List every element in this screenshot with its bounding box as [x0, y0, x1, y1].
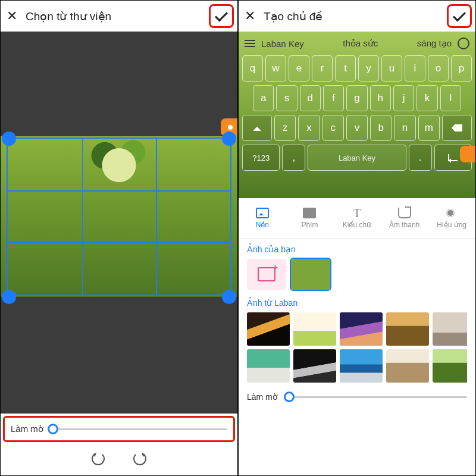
- key-period[interactable]: .: [409, 145, 432, 171]
- confirm-button[interactable]: [447, 4, 472, 28]
- key-j[interactable]: j: [393, 85, 414, 111]
- key-l[interactable]: l: [440, 85, 461, 111]
- key-y[interactable]: y: [358, 55, 379, 82]
- key-h[interactable]: h: [370, 85, 391, 111]
- tab-sound[interactable]: Âm thanh: [381, 208, 428, 229]
- crop-handle-br[interactable]: [222, 290, 236, 304]
- blur-slider-row: Làm mờ: [239, 387, 475, 405]
- backspace-icon: [452, 124, 462, 131]
- key-space[interactable]: Laban Key: [308, 145, 406, 171]
- camera-badge-icon[interactable]: [460, 146, 476, 162]
- key-symbols[interactable]: ?123: [242, 145, 280, 171]
- key-shift[interactable]: [242, 115, 272, 141]
- crop-grid[interactable]: [7, 137, 231, 296]
- keyboard-preview: Laban Key thỏa sức sáng tạo q w e r t y …: [239, 32, 475, 198]
- key-z[interactable]: z: [274, 115, 296, 141]
- keyboard-row-4: ?123 , Laban Key .: [242, 145, 472, 171]
- suggestion-bar: Laban Key thỏa sức sáng tạo: [239, 32, 475, 55]
- key-u[interactable]: u: [381, 55, 402, 82]
- tab-label: Phím: [301, 221, 318, 229]
- tab-keys[interactable]: Phím: [286, 208, 334, 229]
- text-icon: T: [350, 208, 364, 218]
- gallery-thumb[interactable]: [340, 349, 383, 383]
- gallery-thumb[interactable]: [293, 312, 336, 346]
- crop-handle-tr[interactable]: [222, 131, 236, 146]
- suggestion-word[interactable]: Laban Key: [261, 39, 304, 49]
- left-titlebar: ✕ Chọn từ thư viện: [1, 1, 237, 32]
- suggestion-word[interactable]: sáng tạo: [417, 38, 452, 49]
- gallery-thumb[interactable]: [340, 312, 383, 346]
- confirm-button[interactable]: [209, 4, 234, 28]
- gallery-thumb[interactable]: [433, 349, 467, 383]
- right-title: Tạo chủ đề: [264, 10, 322, 23]
- keyboard-row-3: z x c v b n m: [242, 115, 472, 141]
- close-icon[interactable]: ✕: [245, 10, 255, 23]
- key-n[interactable]: n: [394, 115, 415, 141]
- left-pane: ✕ Chọn từ thư viện Làm mờ: [0, 0, 238, 476]
- tab-label: Nền: [256, 221, 269, 229]
- key-k[interactable]: k: [416, 85, 437, 111]
- key-g[interactable]: g: [346, 85, 367, 111]
- laban-photos-section: Ảnh từ Laban: [239, 292, 475, 387]
- key-f[interactable]: f: [323, 85, 344, 111]
- key-backspace[interactable]: [442, 115, 472, 141]
- tab-font[interactable]: T Kiểu chữ: [333, 208, 381, 229]
- blur-slider[interactable]: [284, 396, 467, 398]
- suggestion-word[interactable]: thỏa sức: [343, 38, 378, 49]
- key-v[interactable]: v: [346, 115, 368, 141]
- key-q[interactable]: q: [242, 55, 263, 82]
- emoji-icon[interactable]: [458, 37, 469, 49]
- close-icon[interactable]: ✕: [7, 10, 17, 23]
- key-o[interactable]: o: [428, 55, 449, 82]
- gallery-thumb[interactable]: [386, 349, 429, 383]
- crop-handle-tl[interactable]: [2, 131, 16, 146]
- tab-label: Âm thanh: [389, 221, 419, 229]
- blur-slider[interactable]: [49, 428, 227, 430]
- key-x[interactable]: x: [298, 115, 320, 141]
- tab-effects[interactable]: Hiệu ứng: [428, 208, 475, 229]
- music-note-icon: [398, 208, 411, 218]
- crop-handle-bl[interactable]: [2, 290, 16, 304]
- key-e[interactable]: e: [289, 55, 309, 82]
- tab-background[interactable]: Nền: [239, 208, 286, 229]
- key-w[interactable]: w: [265, 55, 286, 82]
- key-i[interactable]: i: [405, 55, 425, 82]
- check-icon: [453, 8, 466, 21]
- key-s[interactable]: s: [276, 85, 297, 111]
- crop-canvas[interactable]: [1, 32, 237, 414]
- gallery-thumb[interactable]: [247, 312, 290, 346]
- key-t[interactable]: t: [335, 55, 356, 82]
- add-photo-button[interactable]: [247, 259, 286, 290]
- rotate-cw-icon[interactable]: [133, 452, 146, 465]
- keyboard-row-2: a s d f g h j k l: [242, 85, 472, 111]
- rotate-ccw-icon[interactable]: [92, 452, 105, 465]
- user-photo-thumb[interactable]: [291, 259, 330, 290]
- left-title: Chọn từ thư viện: [26, 10, 111, 23]
- gallery-thumb[interactable]: [433, 312, 467, 346]
- theme-tabs: Nền Phím T Kiểu chữ Âm thanh Hiệu ứng: [239, 198, 475, 239]
- shift-icon: [253, 123, 261, 131]
- gallery-thumb[interactable]: [247, 349, 290, 383]
- square-icon: [303, 208, 316, 218]
- right-pane: ✕ Tạo chủ đề Laban Key thỏa sức sáng tạo…: [238, 0, 476, 476]
- add-image-icon: [258, 267, 275, 281]
- gallery-thumb[interactable]: [293, 349, 336, 383]
- blur-slider-row: Làm mờ: [3, 416, 235, 442]
- slider-thumb[interactable]: [48, 424, 58, 434]
- slider-thumb[interactable]: [284, 392, 295, 402]
- key-b[interactable]: b: [370, 115, 392, 141]
- key-r[interactable]: r: [312, 55, 333, 82]
- right-titlebar: ✕ Tạo chủ đề: [239, 1, 475, 32]
- section-title: Ảnh từ Laban: [247, 298, 467, 308]
- user-photos-section: Ảnh của bạn: [239, 239, 475, 292]
- gallery-thumb[interactable]: [386, 312, 429, 346]
- key-comma[interactable]: ,: [282, 145, 305, 171]
- key-c[interactable]: c: [322, 115, 344, 141]
- blur-label: Làm mờ: [247, 392, 278, 402]
- image-icon: [256, 208, 269, 218]
- menu-icon[interactable]: [245, 40, 255, 47]
- key-p[interactable]: p: [451, 55, 472, 82]
- key-m[interactable]: m: [418, 115, 440, 141]
- key-d[interactable]: d: [300, 85, 321, 111]
- key-a[interactable]: a: [253, 85, 274, 111]
